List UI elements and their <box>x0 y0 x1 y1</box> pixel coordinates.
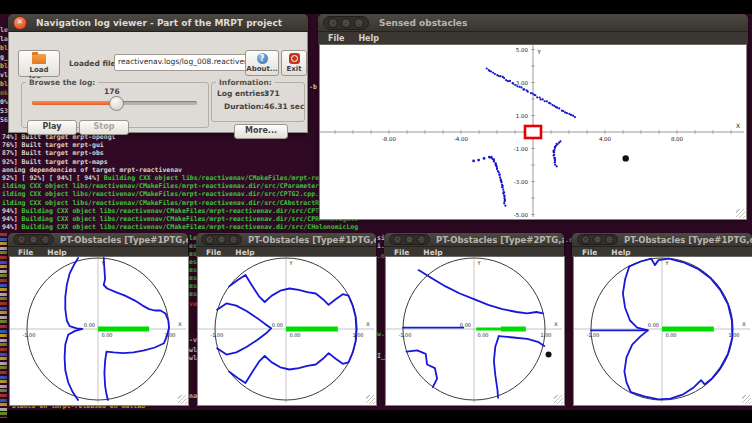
resize-grip[interactable] <box>366 395 375 404</box>
svg-text:0.00: 0.00 <box>648 322 659 328</box>
resize-grip[interactable] <box>742 395 751 404</box>
pt-window-title: PT-Obstacles [Type#1PTG,c <box>618 235 752 245</box>
navlog-titlebar[interactable]: ✕ Navigation log viewer - Part of the MR… <box>8 14 308 32</box>
navlog-body: Load log... Loaded file: reactivenav.log… <box>8 32 308 133</box>
pt-plot-canvas[interactable]: XY-1.000.001.000.00-1.00 <box>385 256 565 406</box>
sensed-window-title: Sensed obstacles <box>369 18 748 28</box>
stop-button[interactable]: Stop <box>79 120 129 135</box>
terminal-line: ilding CXX object libs/reactivenav/CMake… <box>2 182 358 190</box>
log-slider-handle[interactable] <box>109 96 124 111</box>
svg-text:Y: Y <box>664 260 669 266</box>
terminal-line: 87%] Built target mrpt-obs <box>2 149 358 157</box>
svg-text:Y: Y <box>536 48 541 55</box>
pt-plot-canvas[interactable]: XY-1.000.001.000.00-1.00 <box>573 256 752 406</box>
sensed-titlebar[interactable]: ✕ – ▫ Sensed obstacles <box>318 14 748 32</box>
log-entries-label: Log entries: <box>217 89 268 98</box>
maximize-icon[interactable]: ▫ <box>605 235 614 244</box>
pt-titlebar[interactable]: ✕ – ▫ PT-Obstacles [Type#1PTG,c <box>196 233 376 247</box>
play-button[interactable]: Play <box>27 120 77 135</box>
svg-text:-1.00: -1.00 <box>468 402 481 403</box>
terminal-output: 74%] Built target mrpt-opengl76%] Built … <box>2 133 358 231</box>
window-controls: ✕ – ▫ <box>201 234 242 245</box>
menu-help[interactable]: Help <box>352 34 385 43</box>
minimize-icon[interactable]: – <box>405 235 414 244</box>
svg-text:-1.00: -1.00 <box>514 146 529 152</box>
navlog-window: ✕ Navigation log viewer - Part of the MR… <box>8 14 308 133</box>
pt-obstacles-window-4: ✕ – ▫ PT-Obstacles [Type#1PTG,c File Hel… <box>572 233 752 404</box>
minimize-icon[interactable]: – <box>341 18 351 28</box>
loaded-file-input[interactable]: reactivenav.logs/log_008.reactivenavl <box>114 54 247 71</box>
maximize-icon[interactable]: ▫ <box>229 235 238 244</box>
pt-obstacles-window-3: ✕ – ▫ PT-Obstacles [Type#2PTG,a File Hel… <box>384 233 564 404</box>
desktop: lelancblang_00blanvlogblannkin0%]53%]56%… <box>0 0 752 423</box>
svg-text:Y: Y <box>476 260 481 266</box>
duration-value: 46.31 sec <box>264 102 304 111</box>
load-log-button[interactable]: Load log... <box>18 50 60 77</box>
svg-text:1.00: 1.00 <box>728 332 739 338</box>
close-icon[interactable]: ✕ <box>205 235 214 244</box>
svg-text:Y: Y <box>288 260 293 266</box>
svg-text:-3.00: -3.00 <box>514 179 529 185</box>
minimize-icon[interactable]: – <box>593 235 602 244</box>
terminal-line: ilding CXX object libs/reactivenav/CMake… <box>2 199 358 207</box>
svg-text:X: X <box>366 321 370 327</box>
pt-titlebar[interactable]: ✕ – ▫ PT-Obstacles [Type#1PTG,c <box>8 233 188 247</box>
close-icon[interactable]: ✕ <box>17 235 26 244</box>
window-controls: ✕ – ▫ <box>323 16 369 30</box>
duration-label: Duration: <box>224 102 264 111</box>
pt-window-title: PT-Obstacles [Type#1PTG,c <box>54 235 188 245</box>
pt-titlebar[interactable]: ✕ – ▫ PT-Obstacles [Type#1PTG,c <box>572 233 752 247</box>
menu-file[interactable]: File <box>322 34 350 43</box>
information-group: Information: Log entries: 371 Duration: … <box>211 82 305 122</box>
resize-grip[interactable] <box>178 395 187 404</box>
svg-text:-1.00: -1.00 <box>656 402 669 403</box>
terminal-line: 76%] Built target mrpt-gui <box>2 141 358 149</box>
about-button[interactable]: ? About... <box>245 50 279 76</box>
svg-text:1.00: 1.00 <box>352 332 363 338</box>
help-question-icon: ? <box>257 53 268 64</box>
maximize-icon[interactable]: ▫ <box>417 235 426 244</box>
svg-text:-8.00: -8.00 <box>382 136 397 142</box>
svg-text:0.00: 0.00 <box>665 332 676 338</box>
maximize-icon[interactable]: ▫ <box>41 235 50 244</box>
pt-window-title: PT-Obstacles [Type#2PTG,a <box>430 235 564 245</box>
terminal-line: 94%] Building CXX object libs/reactivena… <box>2 207 358 215</box>
window-controls: ✕ – ▫ <box>13 234 54 245</box>
close-icon[interactable]: ✕ <box>393 235 402 244</box>
svg-text:X: X <box>178 321 182 327</box>
minimize-icon[interactable]: – <box>217 235 226 244</box>
log-slider-fill <box>32 101 115 105</box>
close-icon[interactable]: ✕ <box>328 18 338 28</box>
svg-text:X: X <box>554 321 558 327</box>
more-button[interactable]: More... <box>234 124 288 139</box>
svg-text:-4.00: -4.00 <box>454 136 469 142</box>
pt-obstacles-window-2: ✕ – ▫ PT-Obstacles [Type#1PTG,c File Hel… <box>196 233 376 404</box>
close-icon[interactable]: ✕ <box>581 235 590 244</box>
pt-plot-canvas[interactable]: XY-1.000.001.000.00-1.00 <box>197 256 377 406</box>
svg-text:X: X <box>742 321 746 327</box>
log-entries-value: 371 <box>264 89 280 98</box>
terminal-line: 92%] Built target mrpt-maps <box>2 158 358 166</box>
navlog-window-title: Navigation log viewer - Part of the MRPT… <box>27 18 291 28</box>
terminal-line: 94%] Building CXX object libs/reactivena… <box>2 215 358 223</box>
pt-plot-canvas[interactable]: XY-1.000.001.000.00-1.00 <box>9 256 189 406</box>
resize-grip[interactable] <box>554 395 563 404</box>
svg-text:1.00: 1.00 <box>540 332 551 338</box>
window-controls: ✕ – ▫ <box>577 234 618 245</box>
svg-text:-1.00: -1.00 <box>587 332 600 338</box>
pt-titlebar[interactable]: ✕ – ▫ PT-Obstacles [Type#2PTG,a <box>384 233 564 247</box>
minimize-icon[interactable]: – <box>29 235 38 244</box>
maximize-icon[interactable]: ▫ <box>354 18 364 28</box>
exit-button[interactable]: Exit <box>281 50 307 76</box>
loaded-file-label: Loaded file: <box>69 59 119 68</box>
svg-text:5.00: 5.00 <box>516 47 529 53</box>
terminal-line: anning dependencies of target mrpt-react… <box>2 166 358 174</box>
svg-text:1.00: 1.00 <box>516 113 529 119</box>
svg-text:8.00: 8.00 <box>671 136 684 142</box>
sensed-plot-canvas[interactable]: -8.00-4.004.008.005.003.001.00-1.00-3.00… <box>319 44 747 220</box>
svg-text:-1.00: -1.00 <box>211 332 224 338</box>
svg-text:0.00: 0.00 <box>289 332 300 338</box>
resize-grip[interactable] <box>736 209 745 218</box>
close-button[interactable]: ✕ <box>13 16 27 30</box>
svg-text:0.00: 0.00 <box>101 332 112 338</box>
